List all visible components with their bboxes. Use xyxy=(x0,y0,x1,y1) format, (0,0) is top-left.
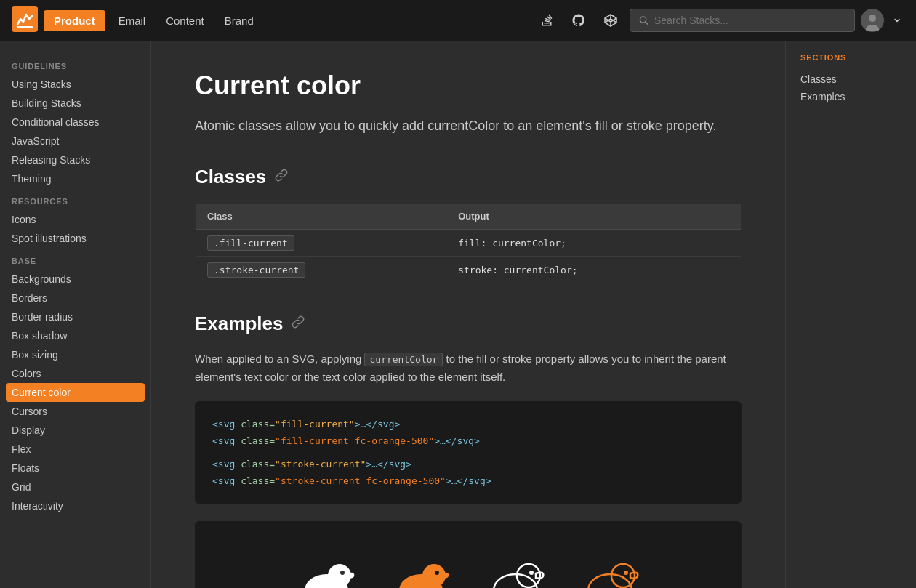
sidebar-item-conditional-classes[interactable]: Conditional classes xyxy=(0,113,150,132)
sidebar-item-releasing-stacks[interactable]: Releasing Stacks xyxy=(0,150,150,169)
class-cell: .fill-current xyxy=(196,229,447,256)
sidebar-item-border-radius[interactable]: Border radius xyxy=(0,307,150,326)
svg-point-23 xyxy=(588,574,632,588)
avatar[interactable] xyxy=(861,9,884,32)
sidebar-item-using-stacks[interactable]: Using Stacks xyxy=(0,75,150,94)
table-row: .fill-current fill: currentColor; xyxy=(196,229,742,256)
sections-link-examples[interactable]: Examples xyxy=(800,88,901,105)
svg-point-25 xyxy=(624,571,628,575)
sidebar-item-current-color[interactable]: Current color xyxy=(6,383,145,402)
svg-line-10 xyxy=(646,22,648,24)
sidebar-item-spot-illustrations[interactable]: Spot illustrations xyxy=(0,229,150,248)
classes-anchor-icon[interactable] xyxy=(275,169,288,185)
output-cell: fill: currentColor; xyxy=(446,229,741,256)
sidebar-item-javascript[interactable]: JavaScript xyxy=(0,132,150,150)
svg-point-16 xyxy=(340,571,345,575)
page-title: Current color xyxy=(195,71,742,101)
sidebar-label-resources: RESOURCES xyxy=(0,188,150,210)
classes-heading: Classes xyxy=(195,166,742,188)
example-description: When applied to an SVG, applying current… xyxy=(195,350,742,387)
search-input[interactable] xyxy=(654,15,845,26)
svg-point-19 xyxy=(435,571,439,575)
sidebar-item-box-shadow[interactable]: Box shadow xyxy=(0,326,150,345)
sidebar-item-interactivity[interactable]: Interactivity xyxy=(0,496,150,515)
sidebar-item-borders[interactable]: Borders xyxy=(0,289,150,307)
classes-table: Class Output .fill-current fill: current… xyxy=(195,203,742,283)
nav-product[interactable]: Product xyxy=(44,10,105,31)
github-icon[interactable] xyxy=(566,7,592,33)
sidebar-item-theming[interactable]: Theming xyxy=(0,169,150,188)
examples-section: Examples When applied to an SVG, applyin… xyxy=(195,313,742,588)
svg-point-12 xyxy=(869,15,876,22)
sidebar-item-icons[interactable]: Icons xyxy=(0,210,150,229)
code-block: <svg class="fill-current">…</svg> <svg c… xyxy=(195,401,742,504)
sidebar-item-flex[interactable]: Flex xyxy=(0,440,150,459)
sidebar-item-building-stacks[interactable]: Building Stacks xyxy=(0,94,150,113)
sidebar-item-grid[interactable]: Grid xyxy=(0,478,150,496)
duck-stroke-orange xyxy=(574,543,646,588)
table-row: .stroke-current stroke: currentColor; xyxy=(196,256,742,283)
nav-content[interactable]: Content xyxy=(158,10,212,31)
sidebar-section-guidelines: GUIDELINES Using Stacks Building Stacks … xyxy=(0,53,150,188)
sections-link-classes[interactable]: Classes xyxy=(800,71,901,88)
examples-heading: Examples xyxy=(195,313,742,335)
classes-section: Classes Class Output .fill-current fill:… xyxy=(195,166,742,283)
sections-panel: SECTIONS Classes Examples xyxy=(785,41,916,588)
sidebar-section-resources: RESOURCES Icons Spot illustrations xyxy=(0,188,150,248)
stackoverflow-icon[interactable] xyxy=(534,7,560,33)
svg-point-22 xyxy=(529,571,534,575)
sidebar: GUIDELINES Using Stacks Building Stacks … xyxy=(0,41,151,588)
sections-label: SECTIONS xyxy=(800,53,901,62)
col-output: Output xyxy=(446,203,741,229)
duck-stroke-white xyxy=(479,543,552,588)
sidebar-item-backgrounds[interactable]: Backgrounds xyxy=(0,270,150,289)
content-area: Current color Atomic classes allow you t… xyxy=(151,41,785,588)
search-icon xyxy=(639,15,648,25)
sidebar-section-base: BASE Backgrounds Borders Border radius B… xyxy=(0,248,150,515)
class-cell: .stroke-current xyxy=(196,256,447,283)
code-line-1: <svg class="fill-current">…</svg> xyxy=(212,416,724,432)
sidebar-label-guidelines: GUIDELINES xyxy=(0,53,150,75)
nav-brand[interactable]: Brand xyxy=(217,10,261,31)
codepen-icon[interactable] xyxy=(598,7,624,33)
sidebar-item-floats[interactable]: Floats xyxy=(0,459,150,478)
sidebar-item-box-sizing[interactable]: Box sizing xyxy=(0,345,150,364)
topbar: Product Email Content Brand xyxy=(0,0,916,41)
main-layout: GUIDELINES Using Stacks Building Stacks … xyxy=(0,41,916,588)
sidebar-item-colors[interactable]: Colors xyxy=(0,364,150,383)
sidebar-item-cursors[interactable]: Cursors xyxy=(0,402,150,421)
duck-area xyxy=(195,521,742,588)
output-cell: stroke: currentColor; xyxy=(446,256,741,283)
nav-email[interactable]: Email xyxy=(111,10,153,31)
code-line-2: <svg class="fill-current fc-orange-500">… xyxy=(212,432,724,449)
svg-rect-1 xyxy=(17,26,33,28)
page-subtitle: Atomic classes allow you to quickly add … xyxy=(195,116,742,137)
code-line-4: <svg class="stroke-current fc-orange-500… xyxy=(212,472,724,489)
duck-fill-white xyxy=(290,543,363,588)
svg-point-20 xyxy=(494,574,537,588)
sidebar-item-display[interactable]: Display xyxy=(0,421,150,440)
sidebar-label-base: BASE xyxy=(0,248,150,270)
col-class: Class xyxy=(196,203,447,229)
code-line-3: <svg class="stroke-current">…</svg> xyxy=(212,456,724,472)
examples-anchor-icon[interactable] xyxy=(292,315,305,332)
search-box xyxy=(630,9,855,32)
avatar-chevron[interactable] xyxy=(890,7,904,33)
logo-icon[interactable] xyxy=(12,6,38,35)
duck-fill-orange xyxy=(385,543,457,588)
